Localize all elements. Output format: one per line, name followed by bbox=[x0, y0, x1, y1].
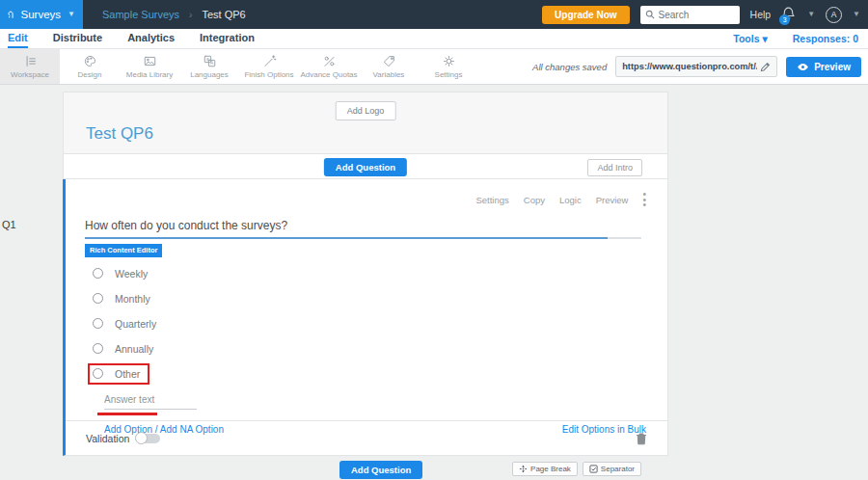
search-icon bbox=[645, 10, 655, 19]
separator-button[interactable]: Separator bbox=[583, 462, 641, 476]
workspace-icon bbox=[23, 54, 38, 68]
checkbox-icon bbox=[589, 465, 598, 473]
save-status-text: All changes saved bbox=[532, 62, 607, 72]
questionpro-logo bbox=[8, 6, 14, 23]
question-text[interactable]: How often do you conduct the surveys? bbox=[85, 219, 667, 232]
search-input[interactable] bbox=[659, 10, 731, 20]
option-row-other-highlighted: Other bbox=[88, 363, 149, 385]
option-label[interactable]: Quarterly bbox=[115, 318, 156, 330]
question-block: Settings Copy Logic Preview ••• How ofte… bbox=[63, 179, 668, 456]
module-nav: Edit Distribute Analytics Integration To… bbox=[0, 29, 868, 49]
avatar-initial: A bbox=[831, 10, 837, 19]
answer-options-list: Weekly Monthly Quarterly Annually Other bbox=[66, 261, 667, 385]
question-logic-link[interactable]: Logic bbox=[559, 195, 582, 205]
option-label[interactable]: Annually bbox=[115, 343, 153, 355]
svg-text:a: a bbox=[205, 57, 208, 62]
option-label[interactable]: Other bbox=[115, 368, 140, 380]
toolbar-item-finish-options[interactable]: Finish Options bbox=[239, 49, 299, 84]
add-question-button-top[interactable]: Add Question bbox=[324, 158, 407, 176]
tools-menu[interactable]: Tools ▾ bbox=[733, 33, 767, 44]
option-row: Weekly bbox=[93, 261, 667, 286]
upgrade-now-button[interactable]: Upgrade Now bbox=[542, 6, 629, 24]
radio-icon[interactable] bbox=[93, 368, 103, 379]
separator-label: Separator bbox=[601, 465, 635, 473]
question-settings-link[interactable]: Settings bbox=[475, 195, 508, 205]
question-copy-link[interactable]: Copy bbox=[524, 195, 545, 205]
toolbar-item-variables[interactable]: Variables bbox=[359, 49, 419, 84]
add-question-button-bottom[interactable]: Add Question bbox=[339, 461, 422, 479]
radio-icon[interactable] bbox=[93, 343, 103, 354]
eye-icon bbox=[797, 63, 809, 71]
preview-button-label: Preview bbox=[814, 62, 851, 72]
question-footer: Validation bbox=[66, 420, 667, 455]
toolbar-item-label: Variables bbox=[373, 70, 405, 79]
toolbar-item-media-library[interactable]: Media Library bbox=[120, 49, 179, 84]
tag-icon bbox=[382, 54, 396, 68]
toolbar-item-settings[interactable]: Settings bbox=[419, 49, 478, 84]
kebab-menu-icon[interactable]: ••• bbox=[642, 192, 646, 208]
survey-title[interactable]: Test QP6 bbox=[86, 124, 153, 144]
toolbar-item-design[interactable]: Design bbox=[60, 49, 120, 84]
radio-icon[interactable] bbox=[93, 293, 103, 304]
responses-count-link[interactable]: Responses: 0 bbox=[793, 33, 858, 44]
question-text-underline bbox=[85, 237, 641, 239]
toolbar-item-workspace[interactable]: Workspace bbox=[0, 49, 60, 84]
global-search[interactable] bbox=[640, 6, 740, 24]
page-break-icon bbox=[519, 465, 528, 473]
toolbar-item-label: Media Library bbox=[126, 70, 173, 79]
validation-toggle[interactable] bbox=[137, 434, 160, 443]
gear-icon bbox=[442, 54, 456, 68]
breadcrumb-separator-icon: › bbox=[189, 10, 192, 20]
breadcrumb: Sample Surveys › Test QP6 bbox=[102, 9, 246, 20]
option-row: Monthly bbox=[93, 286, 667, 311]
option-label[interactable]: Monthly bbox=[115, 293, 150, 305]
question-menu: Settings Copy Logic Preview ••• bbox=[66, 179, 667, 208]
tab-integration[interactable]: Integration bbox=[200, 29, 255, 48]
breadcrumb-parent[interactable]: Sample Surveys bbox=[102, 9, 179, 20]
survey-editor-canvas: Q1 Add Logo Test QP6 Add Question Add In… bbox=[0, 85, 868, 480]
translate-icon: aA bbox=[203, 54, 217, 68]
survey-header: Add Logo Test QP6 bbox=[63, 92, 668, 154]
survey-url-input[interactable] bbox=[622, 62, 757, 71]
add-logo-button[interactable]: Add Logo bbox=[336, 101, 396, 120]
toolbar-item-label: Languages bbox=[190, 70, 229, 79]
chevron-down-icon: ▼ bbox=[68, 11, 75, 18]
avatar[interactable]: A bbox=[826, 7, 842, 23]
toolbar-item-label: Design bbox=[78, 70, 102, 79]
validation-label: Validation bbox=[86, 433, 129, 444]
question-preview-link[interactable]: Preview bbox=[596, 195, 629, 205]
rich-content-editor-badge[interactable]: Rich Content Editor bbox=[85, 244, 162, 257]
toolbar-item-advance-quotas[interactable]: Advance Quotas bbox=[299, 49, 359, 84]
surveys-product-menu[interactable]: Surveys ▼ bbox=[0, 0, 83, 29]
preview-button[interactable]: Preview bbox=[786, 57, 861, 77]
svg-text:A: A bbox=[209, 61, 213, 66]
help-link[interactable]: Help bbox=[750, 9, 772, 20]
breadcrumb-current: Test QP6 bbox=[202, 9, 245, 20]
notifications-button[interactable]: 3 bbox=[781, 6, 797, 23]
option-row: Quarterly bbox=[93, 311, 667, 336]
palette-icon bbox=[83, 54, 97, 68]
trash-icon[interactable] bbox=[636, 432, 647, 445]
add-intro-button[interactable]: Add Intro bbox=[587, 159, 642, 176]
radio-icon[interactable] bbox=[93, 268, 103, 279]
toolbar-item-languages[interactable]: aA Languages bbox=[179, 49, 239, 84]
toolbar-item-label: Finish Options bbox=[244, 70, 293, 79]
option-label[interactable]: Weekly bbox=[115, 268, 148, 280]
page-break-label: Page Break bbox=[530, 465, 571, 473]
edit-pencil-icon[interactable] bbox=[760, 62, 771, 72]
tab-analytics[interactable]: Analytics bbox=[127, 29, 175, 48]
red-annotation-underline bbox=[97, 413, 157, 415]
magic-wand-icon bbox=[262, 54, 277, 68]
chevron-down-icon[interactable]: ▼ bbox=[807, 11, 815, 18]
page-break-button[interactable]: Page Break bbox=[512, 462, 578, 476]
survey-url-field bbox=[615, 56, 777, 77]
toolbar-item-label: Advance Quotas bbox=[300, 70, 357, 79]
option-row: Annually bbox=[93, 336, 667, 361]
other-answer-field bbox=[104, 389, 197, 410]
other-answer-input[interactable] bbox=[104, 394, 197, 410]
tab-distribute[interactable]: Distribute bbox=[53, 29, 102, 48]
bottom-actions-bar: Add Question Page Break Separator bbox=[0, 461, 868, 478]
chevron-down-icon[interactable]: ▼ bbox=[853, 11, 860, 18]
tab-edit[interactable]: Edit bbox=[8, 29, 28, 48]
radio-icon[interactable] bbox=[93, 318, 103, 329]
